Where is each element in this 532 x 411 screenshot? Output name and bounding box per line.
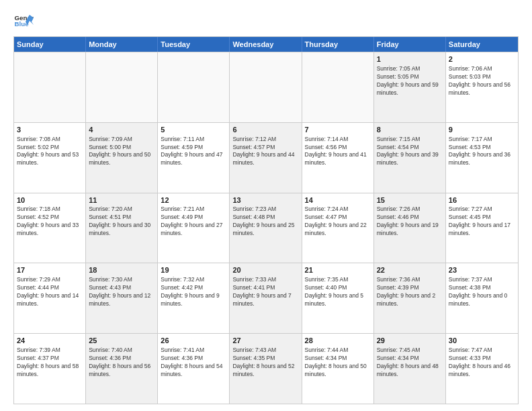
day-info: Sunrise: 7:14 AMSunset: 4:56 PMDaylight:…: [305, 136, 371, 168]
day-number: 16: [449, 195, 515, 205]
day-number: 13: [232, 195, 298, 205]
day-number: 26: [161, 336, 226, 346]
day-cell-7: 7Sunrise: 7:14 AMSunset: 4:56 PMDaylight…: [302, 123, 374, 193]
calendar-row-1: 3Sunrise: 7:08 AMSunset: 5:02 PMDaylight…: [14, 122, 518, 193]
day-info: Sunrise: 7:44 AMSunset: 4:34 PMDaylight:…: [305, 347, 371, 379]
header-day-friday: Friday: [374, 37, 446, 52]
day-cell-11: 11Sunrise: 7:20 AMSunset: 4:51 PMDayligh…: [86, 193, 158, 263]
day-number: 7: [305, 125, 371, 135]
day-number: 14: [305, 195, 371, 205]
day-info: Sunrise: 7:27 AMSunset: 4:45 PMDaylight:…: [449, 205, 515, 238]
day-cell-23: 23Sunrise: 7:37 AMSunset: 4:38 PMDayligh…: [446, 263, 518, 333]
day-cell-28: 28Sunrise: 7:44 AMSunset: 4:34 PMDayligh…: [302, 334, 374, 404]
day-cell-15: 15Sunrise: 7:26 AMSunset: 4:46 PMDayligh…: [374, 193, 446, 263]
day-info: Sunrise: 7:45 AMSunset: 4:34 PMDaylight:…: [377, 347, 443, 379]
day-number: 8: [377, 125, 443, 135]
header: General Blue: [13, 11, 519, 31]
day-number: 17: [17, 265, 83, 275]
day-info: Sunrise: 7:37 AMSunset: 4:38 PMDaylight:…: [449, 276, 515, 308]
day-info: Sunrise: 7:18 AMSunset: 4:52 PMDaylight:…: [17, 205, 83, 238]
logo: General Blue: [13, 11, 34, 31]
day-number: 15: [377, 195, 443, 205]
empty-cell: [158, 52, 230, 122]
day-cell-21: 21Sunrise: 7:35 AMSunset: 4:40 PMDayligh…: [302, 263, 374, 333]
calendar-row-3: 17Sunrise: 7:29 AMSunset: 4:44 PMDayligh…: [14, 263, 518, 333]
day-info: Sunrise: 7:05 AMSunset: 5:05 PMDaylight:…: [377, 65, 443, 97]
day-number: 6: [232, 125, 298, 135]
day-info: Sunrise: 7:09 AMSunset: 5:00 PMDaylight:…: [89, 136, 154, 168]
day-cell-1: 1Sunrise: 7:05 AMSunset: 5:05 PMDaylight…: [374, 52, 446, 122]
day-cell-16: 16Sunrise: 7:27 AMSunset: 4:45 PMDayligh…: [446, 193, 518, 263]
calendar-body: 1Sunrise: 7:05 AMSunset: 5:05 PMDaylight…: [14, 52, 518, 404]
day-cell-12: 12Sunrise: 7:21 AMSunset: 4:49 PMDayligh…: [158, 193, 230, 263]
day-number: 9: [449, 125, 515, 135]
day-cell-13: 13Sunrise: 7:23 AMSunset: 4:48 PMDayligh…: [230, 193, 302, 263]
day-info: Sunrise: 7:15 AMSunset: 4:54 PMDaylight:…: [377, 136, 443, 168]
header-day-sunday: Sunday: [14, 37, 86, 52]
day-info: Sunrise: 7:24 AMSunset: 4:47 PMDaylight:…: [305, 205, 371, 238]
day-number: 27: [232, 336, 298, 346]
day-cell-3: 3Sunrise: 7:08 AMSunset: 5:02 PMDaylight…: [14, 123, 86, 193]
calendar: SundayMondayTuesdayWednesdayThursdayFrid…: [13, 36, 519, 404]
day-cell-30: 30Sunrise: 7:47 AMSunset: 4:33 PMDayligh…: [446, 334, 518, 404]
day-number: 11: [89, 195, 154, 205]
day-info: Sunrise: 7:43 AMSunset: 4:35 PMDaylight:…: [232, 347, 298, 379]
empty-cell: [86, 52, 158, 122]
day-info: Sunrise: 7:12 AMSunset: 4:57 PMDaylight:…: [232, 136, 298, 168]
day-number: 2: [449, 54, 515, 64]
day-cell-2: 2Sunrise: 7:06 AMSunset: 5:03 PMDaylight…: [446, 52, 518, 122]
day-cell-17: 17Sunrise: 7:29 AMSunset: 4:44 PMDayligh…: [14, 263, 86, 333]
day-info: Sunrise: 7:06 AMSunset: 5:03 PMDaylight:…: [449, 65, 515, 97]
empty-cell: [14, 52, 86, 122]
day-cell-27: 27Sunrise: 7:43 AMSunset: 4:35 PMDayligh…: [230, 334, 302, 404]
day-info: Sunrise: 7:26 AMSunset: 4:46 PMDaylight:…: [377, 205, 443, 238]
day-info: Sunrise: 7:36 AMSunset: 4:39 PMDaylight:…: [377, 276, 443, 308]
day-info: Sunrise: 7:39 AMSunset: 4:37 PMDaylight:…: [17, 347, 83, 379]
day-info: Sunrise: 7:47 AMSunset: 4:33 PMDaylight:…: [449, 347, 515, 379]
day-info: Sunrise: 7:41 AMSunset: 4:36 PMDaylight:…: [161, 347, 226, 379]
day-cell-18: 18Sunrise: 7:30 AMSunset: 4:43 PMDayligh…: [86, 263, 158, 333]
day-number: 20: [232, 265, 298, 275]
logo-icon: General Blue: [13, 11, 34, 31]
day-cell-20: 20Sunrise: 7:33 AMSunset: 4:41 PMDayligh…: [230, 263, 302, 333]
header-day-tuesday: Tuesday: [158, 37, 230, 52]
day-number: 12: [161, 195, 226, 205]
day-cell-29: 29Sunrise: 7:45 AMSunset: 4:34 PMDayligh…: [374, 334, 446, 404]
day-number: 4: [89, 125, 154, 135]
day-info: Sunrise: 7:23 AMSunset: 4:48 PMDaylight:…: [232, 205, 298, 238]
day-number: 29: [377, 336, 443, 346]
day-number: 30: [449, 336, 515, 346]
day-info: Sunrise: 7:33 AMSunset: 4:41 PMDaylight:…: [232, 276, 298, 308]
calendar-row-4: 24Sunrise: 7:39 AMSunset: 4:37 PMDayligh…: [14, 333, 518, 404]
day-info: Sunrise: 7:17 AMSunset: 4:53 PMDaylight:…: [449, 136, 515, 168]
day-info: Sunrise: 7:30 AMSunset: 4:43 PMDaylight:…: [89, 276, 154, 308]
day-number: 18: [89, 265, 154, 275]
day-cell-22: 22Sunrise: 7:36 AMSunset: 4:39 PMDayligh…: [374, 263, 446, 333]
page: General Blue SundayMondayTuesdayWednesda…: [0, 0, 532, 411]
empty-cell: [230, 52, 302, 122]
day-number: 1: [377, 54, 443, 64]
calendar-header: SundayMondayTuesdayWednesdayThursdayFrid…: [14, 37, 518, 52]
header-day-wednesday: Wednesday: [230, 37, 302, 52]
day-number: 23: [449, 265, 515, 275]
day-cell-25: 25Sunrise: 7:40 AMSunset: 4:36 PMDayligh…: [86, 334, 158, 404]
day-info: Sunrise: 7:21 AMSunset: 4:49 PMDaylight:…: [161, 205, 226, 238]
day-number: 25: [89, 336, 154, 346]
day-number: 24: [17, 336, 83, 346]
day-number: 5: [161, 125, 226, 135]
day-number: 3: [17, 125, 83, 135]
header-day-monday: Monday: [86, 37, 158, 52]
day-cell-14: 14Sunrise: 7:24 AMSunset: 4:47 PMDayligh…: [302, 193, 374, 263]
day-number: 10: [17, 195, 83, 205]
day-number: 28: [305, 336, 371, 346]
day-cell-6: 6Sunrise: 7:12 AMSunset: 4:57 PMDaylight…: [230, 123, 302, 193]
day-info: Sunrise: 7:32 AMSunset: 4:42 PMDaylight:…: [161, 276, 226, 308]
day-info: Sunrise: 7:20 AMSunset: 4:51 PMDaylight:…: [89, 205, 154, 238]
day-number: 22: [377, 265, 443, 275]
day-info: Sunrise: 7:08 AMSunset: 5:02 PMDaylight:…: [17, 136, 83, 168]
day-number: 21: [305, 265, 371, 275]
empty-cell: [302, 52, 374, 122]
day-info: Sunrise: 7:35 AMSunset: 4:40 PMDaylight:…: [305, 276, 371, 308]
day-cell-8: 8Sunrise: 7:15 AMSunset: 4:54 PMDaylight…: [374, 123, 446, 193]
day-info: Sunrise: 7:29 AMSunset: 4:44 PMDaylight:…: [17, 276, 83, 308]
